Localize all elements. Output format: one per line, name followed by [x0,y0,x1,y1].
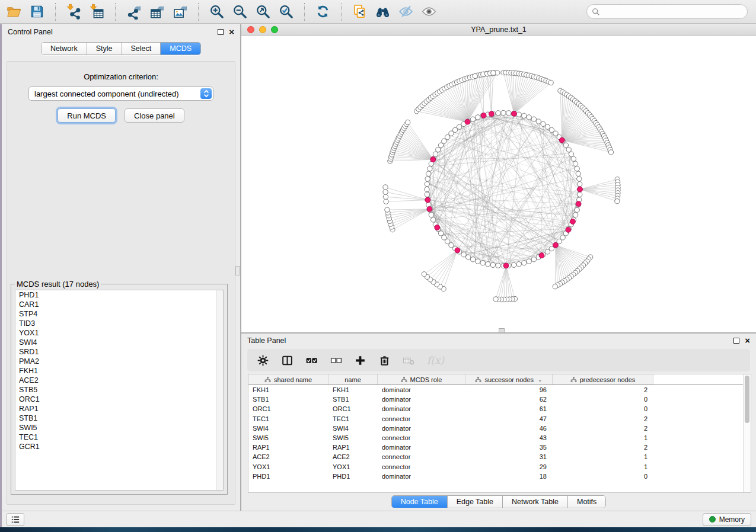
refresh-icon[interactable] [315,4,331,20]
mcds-result-item[interactable]: FKH1 [15,366,223,376]
select-checked-icon[interactable] [305,354,318,367]
cell-predecessor-nodes: 1 [553,453,653,460]
cell-MCDS-role: connector [378,434,465,441]
zoom-out-icon[interactable] [232,4,248,20]
table-tab-network-table[interactable]: Network Table [503,496,568,508]
zoom-fit-icon[interactable] [255,4,271,20]
close-panel-icon[interactable]: × [229,29,234,35]
control-panel-title: Control Panel [8,28,53,36]
import-table-icon[interactable] [89,4,105,20]
cell-MCDS-role: connector [378,463,465,470]
eye-icon[interactable] [421,4,437,20]
import-network-icon[interactable] [66,4,82,20]
trash-icon[interactable] [378,354,391,367]
column-header-filler [653,374,751,384]
table-row[interactable]: PHD1PHD1dominator180 [248,472,751,481]
export-table-icon[interactable] [149,4,165,20]
table-tab-edge-table[interactable]: Edge Table [448,496,503,508]
run-mcds-button[interactable]: Run MCDS [58,108,116,123]
gear-icon[interactable] [257,354,269,367]
cell-shared-name: RAP1 [248,444,328,451]
table-row[interactable]: RAP1RAP1dominator352 [248,443,751,452]
add-icon[interactable] [354,354,366,367]
mcds-result-list[interactable]: PHD1CAR1STP4TID3YOX1SWI4SRD1PMA2FKH1ACE2… [15,290,224,491]
mcds-result-item[interactable]: CAR1 [15,300,223,309]
mcds-result-title: MCDS result (17 nodes) [15,280,101,289]
zoom-selected-icon[interactable] [278,4,294,20]
mcds-result-item[interactable]: ACE2 [15,376,223,385]
mcds-result-item[interactable]: ORC1 [15,395,223,404]
mcds-result-item[interactable]: TEC1 [15,432,223,442]
column-header-predecessor-nodes[interactable]: predecessor nodes [553,374,653,384]
network-canvas[interactable] [241,36,756,332]
mcds-result-item[interactable]: SRD1 [15,347,223,357]
mcds-result-item[interactable]: SWI5 [15,423,223,432]
table-row[interactable]: SWI4SWI4dominator462 [248,424,751,433]
mcds-result-item[interactable]: YOX1 [15,328,223,338]
mcds-result-item[interactable]: SWI4 [15,338,223,347]
table-row[interactable]: ACE2ACE2connector311 [248,452,751,462]
mcds-result-item[interactable]: STB5 [15,385,223,395]
table-scrollbar[interactable] [743,374,751,492]
table-row[interactable]: SWI5SWI5connector431 [248,433,751,443]
open-folder-icon[interactable] [6,4,22,20]
node-table: shared namenameMCDS rolesuccessor nodes⌄… [248,374,751,493]
select-unchecked-icon[interactable] [330,354,342,367]
network-title: YPA_prune.txt_1 [241,25,756,34]
mcds-result-item[interactable]: PHD1 [15,290,223,300]
search-input[interactable] [603,8,742,16]
cell-successor-nodes: 31 [465,453,553,460]
cell-successor-nodes: 46 [465,425,553,432]
task-history-button[interactable] [7,513,24,526]
mcds-result-item[interactable]: PMA2 [15,357,223,366]
criterion-select[interactable]: largest connected component (undirected) [28,86,213,101]
cell-shared-name: FKH1 [248,386,328,393]
table-row[interactable]: TEC1TEC1connector472 [248,414,751,424]
tab-network[interactable]: Network [42,43,87,55]
split-columns-icon[interactable] [281,354,294,367]
zoom-in-icon[interactable] [209,4,225,20]
mcds-result-item[interactable]: GCR1 [15,442,223,451]
table-row[interactable]: STB1STB1dominator620 [248,395,751,404]
share-document-icon[interactable] [352,4,368,20]
list-scrollbar[interactable] [216,290,223,490]
binoculars-icon[interactable] [375,4,391,20]
column-header-name[interactable]: name [328,374,378,384]
hide-visibility-icon[interactable] [398,4,414,20]
table-row[interactable]: YOX1YOX1connector291 [248,462,751,472]
mcds-result-item[interactable]: TID3 [15,319,223,328]
export-image-icon[interactable] [172,4,188,20]
cell-predecessor-nodes: 2 [553,386,653,393]
toolbar-divider [55,3,56,21]
mcds-result-item[interactable]: STB1 [15,414,223,423]
float-table-panel-icon[interactable] [733,338,739,344]
close-panel-button[interactable]: Close panel [125,108,184,123]
table-row[interactable]: ORC1ORC1dominator610 [248,404,751,414]
desktop-background [0,527,756,532]
column-header-shared-name[interactable]: shared name [248,374,328,384]
close-table-panel-icon[interactable]: × [745,338,750,344]
table-tab-motifs[interactable]: Motifs [568,496,605,508]
memory-status-icon [709,516,716,523]
cell-name: YOX1 [328,463,378,470]
table-row[interactable]: FKH1FKH1dominator962 [248,385,751,395]
search-icon [592,8,600,16]
column-header-MCDS-role[interactable]: MCDS role [378,374,465,384]
tab-mcds[interactable]: MCDS [161,43,200,55]
search-box[interactable] [586,4,748,19]
table-tab-node-table[interactable]: Node Table [392,496,448,508]
save-icon[interactable] [29,4,45,20]
tab-style[interactable]: Style [87,43,122,55]
export-network-icon[interactable] [126,4,142,20]
mcds-result-item[interactable]: STP4 [15,309,223,319]
table-scrollbar-thumb[interactable] [745,376,749,423]
splitter-handle[interactable] [235,266,240,275]
column-header-successor-nodes[interactable]: successor nodes⌄ [465,374,553,384]
optimization-label: Optimization criterion: [7,72,235,81]
horizontal-splitter-handle[interactable] [499,328,505,332]
float-panel-icon[interactable] [218,29,224,35]
tab-select[interactable]: Select [122,43,161,55]
cell-shared-name: YOX1 [248,463,328,470]
mcds-result-item[interactable]: RAP1 [15,404,223,414]
memory-button[interactable]: Memory [703,513,751,526]
